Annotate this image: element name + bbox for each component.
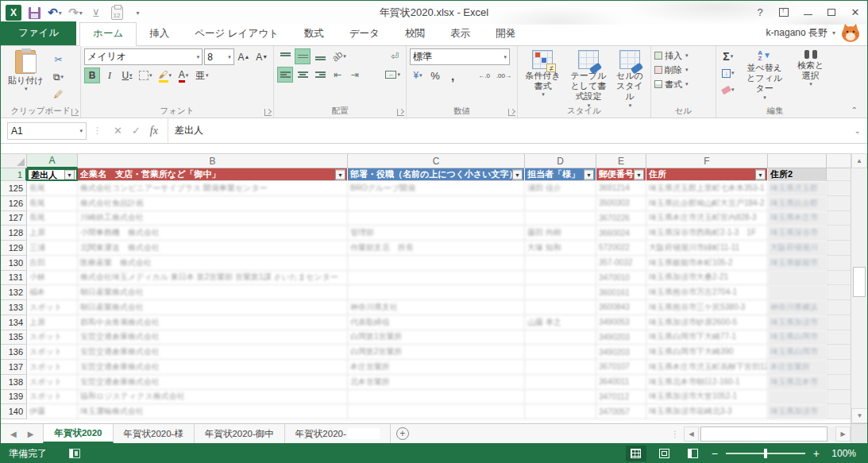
cell-132-b[interactable]: 朝日産業株式会社 bbox=[78, 285, 348, 300]
cell-125-f[interactable]: 埼玉県児玉郡上里町七本木353-1 bbox=[646, 181, 768, 196]
maximize-button[interactable] bbox=[820, 2, 843, 22]
cell-126-e[interactable]: 3500303 bbox=[596, 196, 646, 211]
column-header-E[interactable]: E bbox=[596, 154, 646, 168]
filter-dropdown-icon[interactable]: ▼ bbox=[512, 169, 523, 179]
cell-131-f[interactable]: 埼玉県加須市大桑2-21 bbox=[646, 271, 768, 286]
percent-style-button[interactable]: % bbox=[427, 68, 443, 83]
cell-129-f[interactable]: 大阪府寝屋川市緑町11-11 bbox=[646, 241, 768, 256]
filter-dropdown-icon[interactable]: ▼ bbox=[634, 169, 644, 179]
cell-131-e[interactable]: 3470010 bbox=[596, 271, 646, 286]
copy-button[interactable]: ⧉▾ bbox=[51, 69, 67, 85]
cell-134-a[interactable]: 上原 bbox=[27, 315, 78, 330]
cell-127-e[interactable]: 3670226 bbox=[596, 211, 646, 226]
decrease-font-button[interactable]: A▼ bbox=[253, 49, 270, 65]
cell-136-f[interactable]: 埼玉県白岡市下大崎390 bbox=[646, 345, 768, 360]
cell-140-c[interactable] bbox=[348, 404, 525, 419]
orientation-button[interactable]: ab▾ bbox=[330, 48, 349, 64]
cell-134-d[interactable]: 山藤 孝之 bbox=[525, 315, 596, 330]
row-header-1[interactable]: 1 bbox=[1, 168, 27, 181]
cell-126-a[interactable]: 長尾 bbox=[27, 196, 78, 211]
cell-129-g[interactable]: 大阪府寝屋川 bbox=[768, 241, 827, 256]
cell-128-d[interactable]: 藤田 尚樹 bbox=[525, 226, 596, 241]
save-button[interactable] bbox=[26, 4, 42, 21]
ribbon-tab-1[interactable]: ホーム bbox=[79, 22, 137, 46]
align-bottom-button[interactable] bbox=[312, 48, 328, 64]
cell-128-e[interactable]: 3660024 bbox=[596, 226, 646, 241]
sheet-tab-1[interactable]: 年賀状2020-様 bbox=[114, 424, 195, 443]
cell-130-b[interactable]: 医療産業 株式会社 bbox=[78, 256, 348, 271]
header-cell-4[interactable]: 郵便番号▼ bbox=[596, 168, 646, 181]
delete-cells-button[interactable]: 削除▾ bbox=[654, 63, 712, 77]
row-header-139[interactable]: 139 bbox=[1, 390, 27, 405]
new-sheet-button[interactable]: + bbox=[391, 424, 415, 443]
align-top-button[interactable] bbox=[277, 48, 293, 64]
increase-indent-button[interactable]: ⇥ bbox=[347, 67, 363, 83]
cell-130-g[interactable]: 埼玉県飯能市 bbox=[768, 256, 827, 271]
normal-view-button[interactable] bbox=[626, 446, 646, 461]
sort-filter-button[interactable]: AZ▼ 並べ替えとフィルター▾ bbox=[740, 48, 789, 102]
cell-138-a[interactable]: スポット bbox=[27, 375, 78, 390]
cell-140-g[interactable]: 埼玉県加須市 bbox=[768, 404, 827, 419]
ribbon-tab-7[interactable]: 表示 bbox=[438, 23, 483, 45]
row-header-125[interactable]: 125 bbox=[1, 181, 27, 196]
autosum-button[interactable]: Σ▾ bbox=[719, 48, 737, 64]
horizontal-scroll-thumb[interactable] bbox=[700, 426, 827, 442]
align-middle-button[interactable] bbox=[295, 48, 311, 64]
filter-dropdown-icon[interactable]: ▼ bbox=[335, 169, 345, 179]
header-cell-3[interactable]: 担当者「様」▼ bbox=[525, 168, 596, 181]
align-center-button[interactable] bbox=[295, 67, 311, 83]
cell-139-e[interactable]: 3470112 bbox=[596, 390, 646, 405]
touch-mode-button[interactable]: ⊻ bbox=[88, 4, 104, 21]
row-header-132[interactable]: 132 bbox=[1, 285, 27, 300]
cell-138-g[interactable]: 埼玉県北本市 bbox=[768, 375, 827, 390]
page-break-view-button[interactable] bbox=[683, 446, 704, 461]
scroll-left-button[interactable]: ◀ bbox=[684, 426, 699, 442]
tab-splitter-handle[interactable]: ⋮ bbox=[666, 424, 684, 443]
cell-133-d[interactable] bbox=[525, 300, 596, 315]
cell-131-a[interactable]: 小林 bbox=[27, 271, 78, 286]
cell-128-f[interactable]: 埼玉県深谷市西島町2-1-3 1F bbox=[646, 226, 768, 241]
column-header-C[interactable]: C bbox=[348, 154, 525, 168]
row-header-136[interactable]: 136 bbox=[1, 345, 27, 360]
macro-record-icon[interactable] bbox=[69, 449, 80, 458]
cell-131-c[interactable] bbox=[348, 271, 525, 286]
cell-135-c[interactable]: 白岡第1営業所 bbox=[348, 330, 525, 345]
column-header-A[interactable]: A bbox=[27, 154, 78, 168]
cell-130-a[interactable]: 吉田 bbox=[27, 256, 78, 271]
cell-134-f[interactable]: 埼玉県加須市砂原2600-5 bbox=[646, 315, 768, 330]
cell-129-e[interactable]: 5720022 bbox=[596, 241, 646, 256]
cell-126-b[interactable]: 株式会社食品計画 bbox=[78, 196, 348, 211]
row-header-133[interactable]: 133 bbox=[1, 300, 27, 315]
font-color-button[interactable]: A▾ bbox=[176, 68, 191, 83]
cell-125-a[interactable]: 長尾 bbox=[27, 181, 78, 196]
cell-135-g[interactable]: 埼玉県白岡市 bbox=[768, 330, 827, 345]
filter-dropdown-icon[interactable]: ▼ bbox=[64, 170, 75, 180]
cell-138-c[interactable]: 北本営業所 bbox=[348, 375, 525, 390]
scroll-down-button[interactable]: ▼ bbox=[851, 408, 868, 423]
next-sheet-button[interactable]: ▶ bbox=[28, 430, 34, 438]
wrap-text-button[interactable]: ⏎ bbox=[387, 48, 403, 64]
alignment-dialog-launcher[interactable] bbox=[397, 109, 404, 116]
select-all-corner[interactable] bbox=[1, 154, 27, 168]
cell-132-g[interactable] bbox=[768, 285, 827, 300]
conditional-formatting-button[interactable]: ≠ 条件付き書式▾ bbox=[521, 48, 565, 110]
cancel-entry-button[interactable]: ✕ bbox=[114, 125, 122, 137]
cell-132-a[interactable]: 福本 bbox=[27, 285, 78, 300]
find-select-button[interactable]: 検索と選択▾ bbox=[793, 48, 829, 102]
underline-button[interactable]: U▾ bbox=[119, 68, 135, 83]
column-header-D[interactable]: D bbox=[525, 154, 596, 168]
cell-137-c[interactable]: 本庄営業所 bbox=[348, 360, 525, 375]
cell-138-b[interactable]: 安芸交通倉庫株式会社 bbox=[78, 375, 348, 390]
cell-139-d[interactable] bbox=[525, 390, 596, 405]
minimize-button[interactable] bbox=[796, 2, 820, 22]
help-button[interactable]: ? bbox=[748, 2, 772, 22]
scroll-right-button[interactable]: ▶ bbox=[835, 426, 851, 442]
header-cell-0[interactable]: 差出人▼ bbox=[27, 168, 78, 181]
fill-button[interactable]: ↓▾ bbox=[719, 65, 737, 81]
row-header-140[interactable]: 140 bbox=[1, 404, 27, 419]
cell-130-c[interactable] bbox=[348, 256, 525, 271]
collapse-ribbon-button[interactable]: ⌃ bbox=[851, 106, 858, 114]
horizontal-scroll-track[interactable] bbox=[699, 426, 835, 442]
merge-center-button[interactable]: ↔▾ bbox=[383, 67, 403, 83]
filter-dropdown-icon[interactable]: ▼ bbox=[755, 169, 766, 179]
